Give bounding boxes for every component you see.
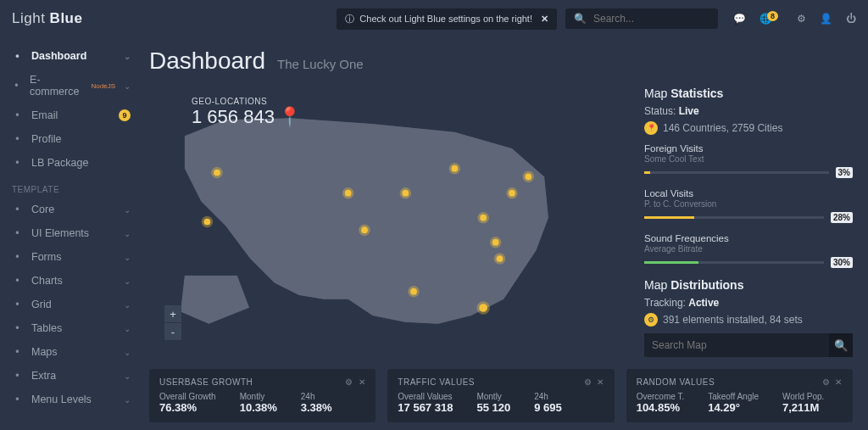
sidebar-item-dashboard[interactable]: •Dashboard⌄ [0, 44, 142, 68]
metric: Montly55 120 [476, 392, 510, 414]
chevron-down-icon: ⌄ [124, 276, 131, 286]
sidebar-item-grid[interactable]: •Grid⌄ [0, 293, 142, 316]
sidebar-item-maps[interactable]: •Maps⌄ [0, 340, 142, 364]
svg-point-0 [214, 170, 220, 176]
svg-point-10 [479, 304, 487, 312]
chat-icon[interactable]: 💬 [733, 13, 746, 25]
search-map-input[interactable] [644, 333, 829, 357]
nav-icon: • [12, 299, 23, 310]
search-icon: 🔍 [574, 13, 587, 25]
card-traffic-values: TRAFFIC VALUES⚙✕Overall Values17 567 318… [387, 369, 614, 422]
metric: Takeoff Angle14.29° [708, 392, 759, 414]
gear-icon[interactable]: ⚙ [345, 377, 353, 387]
metric: 24h9 695 [534, 392, 562, 414]
stat-local-visits: Local VisitsP. to C. Conversion28% [644, 188, 853, 223]
nav-icon: • [12, 275, 23, 287]
alert-close-icon[interactable]: ✕ [541, 14, 548, 25]
search-bar[interactable]: 🔍 [565, 8, 718, 29]
svg-point-7 [480, 215, 487, 221]
search-map-button[interactable]: 🔍 [829, 333, 853, 357]
nav-icon: • [12, 322, 23, 334]
sidebar-item-extra[interactable]: •Extra⌄ [0, 364, 142, 388]
gear-badge-icon: ⚙ [644, 313, 658, 327]
svg-point-2 [345, 190, 352, 197]
app-brand: Light Blue [12, 10, 82, 27]
nav-icon: • [12, 133, 23, 145]
map-area[interactable]: GEO-LOCATIONS 1 656 843📍 [149, 87, 629, 357]
svg-point-5 [410, 288, 417, 295]
chevron-down-icon: ⌄ [124, 324, 131, 333]
sidebar-item-e-commerce[interactable]: •E-commerceNodeJS⌄ [0, 68, 142, 103]
settings-icon[interactable]: ⚙ [797, 13, 806, 25]
stat-foreign-visits: Foreign VisitsSome Cool Text3% [644, 143, 853, 178]
svg-point-3 [361, 226, 368, 233]
card-random-values: RANDOM VALUES⚙✕Overcome T.104.85%Takeoff… [626, 369, 853, 422]
nav-icon: • [12, 109, 23, 121]
sidebar-item-menu-levels[interactable]: •Menu Levels⌄ [0, 388, 142, 411]
pin-icon: 📍 [278, 106, 301, 128]
sidebar: •Dashboard⌄•E-commerceNodeJS⌄•Email9•Pro… [0, 37, 142, 430]
map-statistics: Map Statistics Status: Live 📍146 Countri… [644, 87, 853, 357]
nav-icon: • [12, 80, 21, 92]
chevron-down-icon: ⌄ [124, 371, 131, 381]
sidebar-item-ui-elements[interactable]: •UI Elements⌄ [0, 221, 142, 245]
chevron-down-icon: ⌄ [124, 395, 131, 405]
svg-point-8 [492, 239, 499, 246]
globe-icon[interactable]: 🌐8 [760, 13, 783, 25]
svg-point-9 [497, 255, 504, 262]
pin-badge-icon: 📍 [644, 121, 658, 135]
sidebar-section-template: TEMPLATE [0, 175, 142, 198]
close-icon[interactable]: ✕ [597, 377, 604, 387]
nav-icon: • [12, 394, 23, 405]
nav-icon: • [12, 251, 23, 263]
card-userbase-growth: USERBASE GROWTH⚙✕Overall Growth76.38%Mon… [149, 369, 376, 422]
search-input[interactable] [593, 13, 709, 25]
metric: Overall Growth76.38% [159, 392, 216, 414]
page-subtitle: The Lucky One [277, 57, 364, 71]
metric: Overcome T.104.85% [637, 392, 685, 414]
chevron-down-icon: ⌄ [124, 229, 131, 238]
power-icon[interactable]: ⏻ [846, 13, 856, 25]
metric: 24h3.38% [301, 392, 332, 414]
nav-icon: • [12, 346, 23, 358]
svg-point-11 [509, 190, 515, 197]
chevron-down-icon: ⌄ [124, 300, 131, 310]
info-icon: ⓘ [345, 13, 354, 25]
map-zoom-in[interactable]: + [164, 305, 181, 322]
svg-point-12 [525, 173, 531, 180]
metric: Overall Values17 567 318 [398, 392, 453, 414]
svg-point-4 [402, 190, 409, 197]
chevron-down-icon: ⌄ [124, 52, 131, 61]
stat-sound-frequencies: Sound FrequenciesAverage Bitrate30% [644, 233, 853, 268]
sidebar-item-forms[interactable]: •Forms⌄ [0, 245, 142, 269]
sidebar-item-tables[interactable]: •Tables⌄ [0, 316, 142, 340]
chevron-down-icon: ⌄ [124, 253, 131, 262]
badge: 9 [119, 109, 131, 121]
metric: World Pop.7,211M [782, 392, 824, 414]
sidebar-item-email[interactable]: •Email9 [0, 103, 142, 127]
chevron-down-icon: ⌄ [124, 348, 131, 357]
close-icon[interactable]: ✕ [359, 377, 366, 387]
close-icon[interactable]: ✕ [835, 377, 843, 387]
chevron-down-icon: ⌄ [124, 205, 131, 215]
chevron-down-icon: ⌄ [124, 81, 131, 91]
sidebar-item-lb-package[interactable]: •LB Package [0, 151, 142, 175]
map-zoom-out[interactable]: - [164, 323, 181, 340]
nav-icon: • [12, 157, 23, 169]
user-icon[interactable]: 👤 [820, 13, 832, 25]
nav-icon: • [12, 204, 23, 215]
sidebar-item-charts[interactable]: •Charts⌄ [0, 269, 142, 293]
sidebar-item-profile[interactable]: •Profile [0, 127, 142, 151]
geo-locations-box: GEO-LOCATIONS 1 656 843📍 [192, 97, 301, 128]
sidebar-item-core[interactable]: •Core⌄ [0, 198, 142, 221]
svg-point-1 [204, 219, 211, 226]
nav-icon: • [12, 370, 23, 382]
svg-point-6 [451, 165, 458, 172]
gear-icon[interactable]: ⚙ [822, 377, 831, 387]
page-title: Dashboard [149, 47, 265, 75]
metric: Montly10.38% [240, 392, 277, 414]
nav-icon: • [12, 227, 23, 239]
settings-alert: ⓘ Check out Light Blue settings on the r… [337, 8, 557, 30]
nav-icon: • [12, 50, 23, 62]
gear-icon[interactable]: ⚙ [584, 377, 593, 387]
